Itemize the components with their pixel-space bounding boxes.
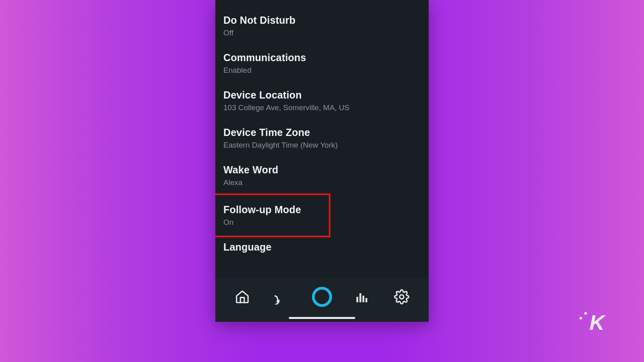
svg-point-4 [400, 295, 404, 299]
svg-rect-2 [362, 296, 364, 302]
setting-value: Enabled [223, 66, 421, 75]
bottom-nav [215, 278, 429, 322]
home-icon [235, 289, 250, 304]
home-indicator[interactable] [289, 317, 355, 319]
alexa-ring-icon [312, 287, 332, 307]
svg-rect-3 [365, 298, 367, 302]
nav-chat-button[interactable] [271, 286, 293, 308]
chat-icon [275, 289, 290, 304]
setting-title: Device Location [223, 89, 421, 101]
nav-home-button[interactable] [231, 286, 254, 308]
watermark-text: K [589, 311, 604, 335]
setting-value: Alexa [223, 178, 421, 187]
setting-title: Device Time Zone [223, 127, 421, 138]
setting-title: Follow-up Mode [223, 204, 421, 216]
setting-title: Language [223, 241, 421, 253]
setting-title: Wake Word [223, 164, 421, 176]
nav-music-button[interactable] [351, 286, 373, 308]
setting-title: Do Not Disturb [223, 14, 421, 26]
svg-rect-1 [359, 293, 361, 302]
setting-device-timezone[interactable]: Device Time Zone Eastern Daylight Time (… [215, 119, 429, 157]
setting-communications[interactable]: Communications Enabled [215, 45, 429, 82]
setting-do-not-disturb[interactable]: Do Not Disturb Off [215, 7, 429, 45]
phone-frame: Do Not Disturb Off Communications Enable… [215, 0, 429, 322]
gear-icon [394, 289, 409, 304]
setting-value: Off [223, 29, 421, 37]
setting-wake-word[interactable]: Wake Word Alexa [215, 157, 429, 194]
settings-list: Do Not Disturb Off Communications Enable… [215, 0, 429, 278]
nav-alexa-button[interactable] [311, 286, 333, 308]
svg-rect-0 [356, 297, 358, 302]
nav-settings-button[interactable] [390, 286, 413, 308]
setting-value: Eastern Daylight Time (New York) [223, 141, 421, 150]
watermark-logo: K [580, 311, 604, 335]
watermark-dots-icon [580, 312, 587, 319]
setting-language[interactable]: Language [215, 234, 429, 253]
setting-device-location[interactable]: Device Location 103 College Ave, Somervi… [215, 82, 429, 119]
setting-follow-up-mode[interactable]: Follow-up Mode On [215, 197, 429, 234]
setting-value: 103 College Ave, Somerville, MA, US [223, 103, 421, 112]
setting-value: On [223, 218, 421, 227]
equalizer-icon [355, 290, 369, 304]
setting-title: Communications [223, 52, 421, 64]
